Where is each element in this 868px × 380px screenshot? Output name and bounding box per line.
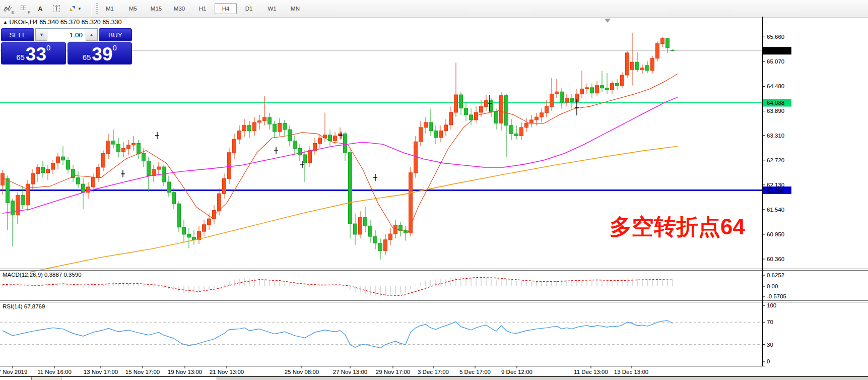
time-axis-label: 15 Nov 17:00: [125, 369, 160, 375]
chart-tab[interactable]: [61, 377, 217, 380]
candle: [550, 94, 554, 106]
chart-annotation-text: 多空转折点64: [610, 216, 745, 238]
chart-tab[interactable]: [0, 377, 32, 380]
candle: [374, 236, 377, 243]
candle: [570, 98, 574, 102]
price-axis-label: 63.890: [767, 108, 784, 114]
sell-price-quote[interactable]: 65 33 0: [1, 42, 66, 65]
candle: [661, 39, 664, 44]
candle: [97, 167, 100, 178]
time-axis-label: 11 Nov 16:00: [37, 369, 72, 375]
candle: [41, 167, 45, 173]
candle: [626, 53, 629, 75]
candle: [66, 160, 70, 169]
volume-increase-button[interactable]: ▲: [86, 29, 97, 41]
candle: [243, 125, 246, 131]
candle: [16, 196, 20, 215]
volume-input[interactable]: [47, 29, 86, 41]
candle: [56, 157, 60, 163]
candle: [631, 62, 634, 70]
candle: [203, 225, 206, 231]
time-axis-label: 19 Nov 13:00: [168, 369, 202, 375]
macd-axis-label: 0.6252: [767, 272, 784, 278]
macd-signal-line: [3, 278, 673, 296]
sell-button[interactable]: SELL: [1, 28, 34, 41]
candle: [470, 115, 473, 120]
chart-tab[interactable]: [32, 377, 61, 380]
candle: [384, 240, 387, 251]
candle: [258, 121, 261, 122]
buy-price-prefix: 65: [83, 53, 91, 62]
candle: [505, 96, 508, 125]
candle: [293, 141, 297, 149]
candle: [641, 68, 644, 70]
time-axis-label: 29 Nov 17:00: [376, 369, 410, 375]
candle: [273, 124, 277, 132]
candle: [424, 122, 428, 128]
volume-decrease-button[interactable]: ▼: [36, 29, 47, 41]
candle: [409, 173, 413, 233]
candle: [369, 226, 372, 236]
price-axis-label: 64.480: [767, 83, 784, 89]
candle: [611, 84, 614, 90]
candle: [590, 88, 594, 93]
chart-shift-triangle-icon: [605, 19, 611, 23]
buy-button[interactable]: BUY: [99, 28, 132, 41]
chart-tab-strip: [0, 376, 868, 380]
candle: [308, 151, 312, 163]
candle: [464, 108, 468, 115]
buy-price-big: 39: [92, 46, 112, 62]
collapse-triangle-icon[interactable]: ▲: [3, 20, 8, 25]
candle: [394, 225, 397, 234]
candle: [600, 86, 604, 88]
price-axis-label: 65.660: [767, 34, 784, 40]
candle: [354, 224, 357, 234]
candle: [26, 184, 30, 205]
rsi-axis-label: 100: [767, 302, 776, 308]
time-axis-label: 25 Nov 08:00: [285, 369, 319, 375]
time-axis-label: 13 Nov 17:00: [84, 369, 118, 375]
candle: [454, 95, 458, 112]
sell-price-big: 33: [26, 46, 46, 62]
buy-price-quote[interactable]: 65 39 0: [68, 42, 132, 65]
rsi-axis-label: 30: [767, 342, 773, 348]
time-axis-label: 7 Nov 2019: [0, 369, 27, 375]
rsi-axis-label: 0: [767, 358, 770, 364]
candle: [51, 163, 55, 169]
candle: [152, 169, 156, 175]
candle: [560, 92, 564, 102]
candle: [182, 227, 186, 234]
price-badge-label: 65.330: [767, 48, 784, 54]
ohlc-values: 65.340 65.370 65.320 65.330: [39, 19, 121, 26]
candle: [172, 193, 176, 204]
candle: [228, 153, 231, 179]
candle: [177, 204, 181, 227]
macd-label: MACD(12,26,9) 0.3887 0.3590: [3, 272, 82, 278]
candle: [208, 219, 211, 225]
candle: [344, 134, 347, 152]
candle: [459, 95, 463, 108]
volume-stepper: ▼ ▲: [35, 28, 98, 41]
candle: [429, 122, 433, 131]
candle: [213, 211, 216, 219]
candle: [510, 125, 513, 134]
candle: [11, 201, 15, 215]
candle: [580, 89, 584, 94]
candle: [389, 234, 392, 240]
time-axis-label: 11 Dec 13:00: [574, 369, 608, 375]
candle: [666, 39, 670, 48]
ma-slow-line: [30, 146, 678, 272]
candle: [656, 44, 659, 58]
candle: [671, 50, 675, 51]
time-axis-label: 21 Nov 13:00: [210, 369, 244, 375]
candle: [77, 178, 80, 184]
sell-price-prefix: 65: [16, 53, 25, 62]
candle: [621, 75, 624, 86]
candle: [142, 153, 146, 161]
time-axis-label: 27 Nov 13:00: [333, 369, 367, 375]
candle: [253, 122, 256, 131]
candle: [364, 218, 367, 226]
time-axis-label: 13 Dec 13:00: [614, 369, 648, 375]
time-axis-label: 5 Dec 17:00: [459, 369, 491, 375]
chart-title: ▲ UKOil-,H4 65.340 65.370 65.320 65.330: [3, 19, 122, 26]
